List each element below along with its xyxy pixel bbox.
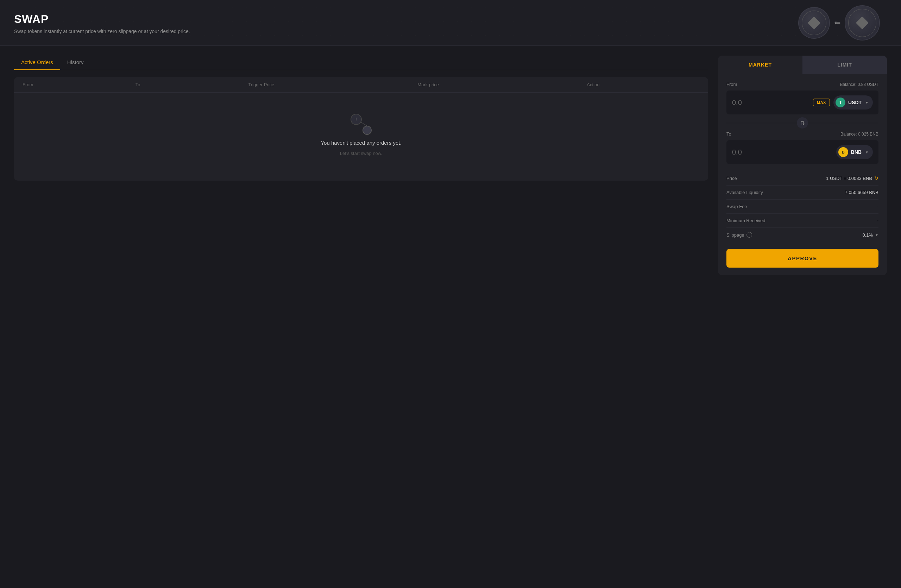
- to-token-name: BNB: [851, 149, 862, 155]
- col-mark-price: Mark price: [418, 82, 587, 87]
- price-label: Price: [726, 176, 737, 181]
- page-title: SWAP: [14, 12, 887, 26]
- from-token-chevron: ▼: [865, 101, 868, 104]
- from-input-value[interactable]: 0.0: [732, 98, 742, 107]
- tab-limit[interactable]: LIMIT: [803, 56, 887, 74]
- refresh-icon[interactable]: ↻: [874, 175, 878, 181]
- from-token-selector[interactable]: T USDT ▼: [834, 95, 873, 109]
- bnb-icon: B: [839, 147, 848, 157]
- swap-arrow-icon: ⇐: [834, 18, 840, 28]
- swap-type-tabs: MARKET LIMIT: [718, 56, 887, 74]
- slippage-value: 0.1%: [862, 232, 873, 238]
- from-label: From: [726, 82, 737, 87]
- liquidity-value: 7,050.6659 BNB: [845, 190, 878, 195]
- left-panel: Active Orders History From To Trigger Pr…: [14, 56, 708, 275]
- to-input-value[interactable]: 0.0: [732, 148, 742, 156]
- fee-label: Swap Fee: [726, 204, 747, 209]
- to-input-controls: B BNB ▼: [836, 145, 873, 159]
- slippage-info-icon[interactable]: i: [747, 232, 752, 238]
- to-token-selector[interactable]: B BNB ▼: [836, 145, 873, 159]
- tab-history[interactable]: History: [60, 56, 91, 70]
- to-token-chevron: ▼: [865, 150, 868, 154]
- from-input-controls: MAX T USDT ▼: [813, 95, 873, 109]
- page-subtitle: Swap tokens instantly at current price w…: [14, 28, 887, 34]
- from-balance: Balance: 0.88 USDT: [840, 82, 878, 87]
- to-label: To: [726, 131, 731, 137]
- liquidity-label: Available Liquidity: [726, 190, 763, 195]
- tab-active-orders[interactable]: Active Orders: [14, 56, 60, 70]
- usdt-icon: T: [836, 98, 845, 108]
- liquidity-row: Available Liquidity 7,050.6659 BNB: [726, 186, 878, 200]
- diamond-icon-2: [856, 16, 869, 29]
- col-action: Action: [587, 82, 700, 87]
- price-value: 1 USDT = 0.0033 BNB ↻: [826, 175, 878, 181]
- from-label-row: From Balance: 0.88 USDT: [726, 82, 878, 87]
- col-to: To: [136, 82, 248, 87]
- fee-row: Swap Fee -: [726, 200, 878, 214]
- from-token-name: USDT: [848, 100, 862, 105]
- swap-body: From Balance: 0.88 USDT 0.0 MAX T USDT ▼…: [718, 74, 887, 275]
- to-balance: Balance: 0.025 BNB: [840, 132, 878, 137]
- price-info: Price 1 USDT = 0.0033 BNB ↻ Available Li…: [726, 171, 878, 242]
- slippage-selector[interactable]: 0.1% ▼: [862, 232, 878, 238]
- empty-submessage: Let's start swap now.: [340, 151, 382, 156]
- header-icons: ⇐: [798, 5, 880, 41]
- table-header: From To Trigger Price Mark price Action: [14, 77, 708, 93]
- slippage-row: Slippage i 0.1% ▼: [726, 228, 878, 242]
- swap-direction-button[interactable]: ⇅: [797, 117, 808, 128]
- col-trigger-price: Trigger Price: [248, 82, 418, 87]
- token-coin-1: [798, 7, 830, 39]
- main-content: Active Orders History From To Trigger Pr…: [0, 46, 901, 285]
- tab-market[interactable]: MARKET: [718, 56, 803, 74]
- max-button[interactable]: MAX: [813, 98, 830, 106]
- empty-icon: !: [351, 114, 372, 135]
- empty-circle-dot: [363, 126, 372, 135]
- min-received-label: Minimum Received: [726, 218, 765, 223]
- empty-connect-line: [360, 122, 367, 126]
- min-received-row: Minimum Received -: [726, 214, 878, 228]
- empty-circle-alert: !: [351, 114, 362, 125]
- diamond-icon-1: [808, 16, 821, 29]
- from-input-row: 0.0 MAX T USDT ▼: [726, 90, 878, 114]
- table-empty-state: ! You haven't placed any orders yet. Let…: [14, 93, 708, 181]
- col-from: From: [23, 82, 136, 87]
- slippage-label: Slippage i: [726, 232, 752, 238]
- empty-message: You haven't placed any orders yet.: [321, 140, 401, 146]
- approve-button[interactable]: APPROVE: [726, 249, 878, 268]
- price-row: Price 1 USDT = 0.0033 BNB ↻: [726, 171, 878, 186]
- token-coin-2: [845, 5, 880, 41]
- slippage-chevron: ▼: [875, 233, 878, 237]
- min-received-value: -: [877, 218, 878, 223]
- to-label-row: To Balance: 0.025 BNB: [726, 131, 878, 137]
- to-input-row: 0.0 B BNB ▼: [726, 140, 878, 164]
- fee-value: -: [877, 204, 878, 209]
- order-tabs: Active Orders History: [14, 56, 708, 70]
- page-header: SWAP Swap tokens instantly at current pr…: [0, 0, 901, 46]
- orders-table: From To Trigger Price Mark price Action …: [14, 77, 708, 181]
- swap-divider: ⇅: [726, 117, 878, 128]
- right-panel: MARKET LIMIT From Balance: 0.88 USDT 0.0…: [718, 56, 887, 275]
